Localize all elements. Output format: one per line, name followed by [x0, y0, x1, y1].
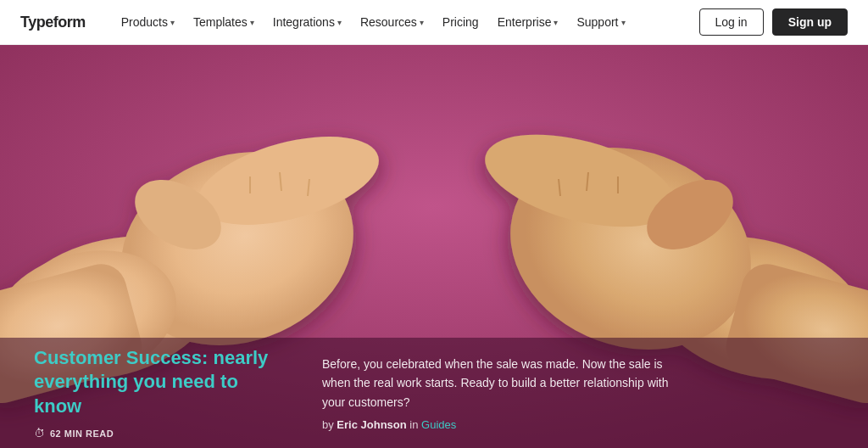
- nav-item-integrations[interactable]: Integrations ▾: [264, 10, 350, 34]
- hero-left-content: Customer Success: nearly everything you …: [34, 346, 271, 440]
- chevron-down-icon: ▾: [621, 18, 626, 27]
- nav-item-templates[interactable]: Templates ▾: [185, 10, 263, 34]
- nav-links: Products ▾ Templates ▾ Integrations ▾ Re…: [113, 10, 699, 34]
- hero-author: Eric Johnson: [337, 418, 409, 431]
- hero-title: Customer Success: nearly everything you …: [34, 346, 271, 419]
- nav-actions: Log in Sign up: [699, 8, 848, 36]
- nav-item-support[interactable]: Support ▾: [568, 10, 633, 34]
- nav-item-enterprise[interactable]: Enterprise ▾: [489, 10, 567, 34]
- signup-button[interactable]: Sign up: [772, 8, 848, 36]
- hero-description: Before, you celebrated when the sale was…: [322, 355, 678, 412]
- hero-right-content: Before, you celebrated when the sale was…: [322, 355, 834, 431]
- nav-item-resources[interactable]: Resources ▾: [352, 10, 432, 34]
- hero-category-link[interactable]: Guides: [421, 418, 456, 431]
- chevron-down-icon: ▾: [420, 18, 424, 27]
- nav-item-products[interactable]: Products ▾: [113, 10, 183, 34]
- login-button[interactable]: Log in: [699, 8, 764, 36]
- site-logo[interactable]: Typeform: [20, 14, 86, 31]
- chevron-down-icon: ▾: [337, 18, 342, 27]
- chevron-down-icon: ▾: [554, 18, 558, 27]
- chevron-down-icon: ▾: [170, 18, 175, 27]
- hero-byline: by Eric Johnson in Guides: [322, 418, 834, 431]
- nav-item-pricing[interactable]: Pricing: [434, 10, 487, 34]
- hero-meta: ⏱ 62 MIN READ: [34, 427, 271, 440]
- clock-icon: ⏱: [34, 427, 45, 440]
- read-time: 62 MIN READ: [50, 428, 114, 439]
- chevron-down-icon: ▾: [250, 18, 254, 27]
- hero-section: Customer Success: nearly everything you …: [0, 45, 868, 448]
- hero-content-bar: Customer Success: nearly everything you …: [0, 338, 868, 448]
- navbar: Typeform Products ▾ Templates ▾ Integrat…: [0, 0, 868, 45]
